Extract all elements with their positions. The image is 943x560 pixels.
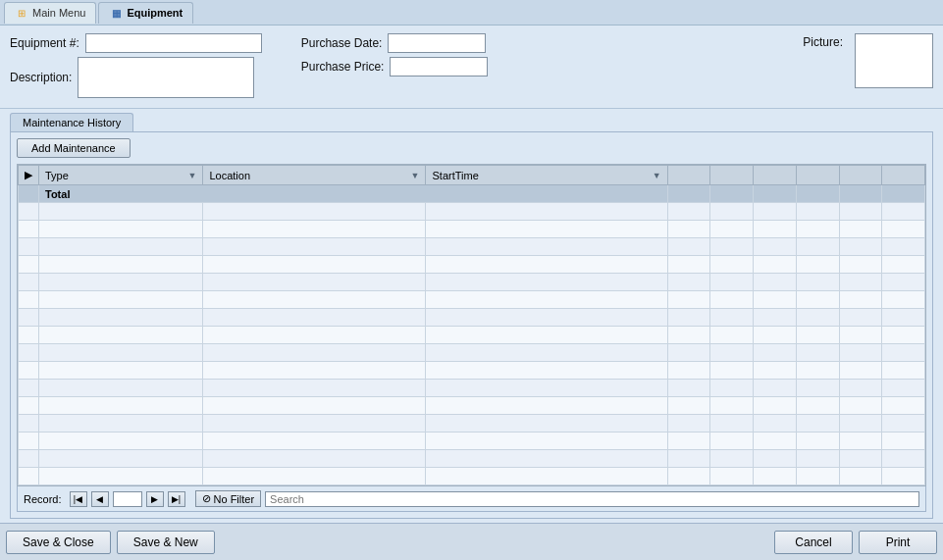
table-row: [19, 309, 925, 327]
maintenance-outer: Maintenance History Add Maintenance ▶: [0, 109, 943, 523]
form-row-top: Equipment #: Description: Purchase Date:: [10, 33, 933, 98]
tab-maintenance-history[interactable]: Maintenance History: [10, 113, 133, 131]
maintenance-table-container: ▶ Type ▼ Locati: [17, 164, 926, 486]
purchase-date-group: Purchase Date:: [301, 33, 489, 53]
middle-fields: Purchase Date: Purchase Price:: [301, 33, 508, 76]
purchase-date-label: Purchase Date:: [301, 36, 383, 50]
th-extra2: [710, 166, 754, 185]
th-extra4: [796, 166, 839, 185]
equipment-num-input[interactable]: [85, 33, 262, 53]
tab-main-menu[interactable]: ⊞ Main Menu: [4, 2, 96, 24]
nav-prev-button[interactable]: ◀: [91, 491, 109, 507]
picture-group: Picture:: [803, 33, 933, 88]
search-input[interactable]: [265, 491, 919, 507]
tab-equipment[interactable]: ▦ Equipment: [98, 2, 193, 24]
table-row: [19, 274, 925, 291]
bottom-toolbar: Save & Close Save & New Cancel Print: [0, 523, 943, 560]
tab-bar: ⊞ Main Menu ▦ Equipment: [0, 0, 943, 25]
record-number-input[interactable]: [113, 491, 142, 507]
inner-panel: Add Maintenance ▶ Type: [10, 131, 933, 519]
content-area: Equipment #: Description: Purchase Date:: [0, 25, 943, 523]
table-row: [19, 450, 925, 468]
starttime-sort-icon: ▼: [653, 171, 661, 180]
purchase-price-input[interactable]: [390, 57, 488, 76]
maintenance-tab-label: Maintenance History: [23, 117, 121, 128]
table-row: [19, 291, 925, 309]
total-selector: [19, 185, 39, 203]
picture-label: Picture:: [803, 33, 843, 49]
record-bar: Record: |◀ ◀ ▶ ▶| ⊘ No Filter: [17, 486, 926, 512]
table-row: [19, 397, 925, 415]
table-row: [19, 256, 925, 274]
record-label: Record:: [24, 493, 62, 505]
purchase-price-label: Purchase Price:: [301, 60, 385, 74]
description-input[interactable]: [78, 57, 254, 98]
th-extra1: [667, 166, 710, 185]
no-filter-button[interactable]: ⊘ No Filter: [195, 490, 262, 507]
funnel-icon: ⊘: [202, 492, 211, 505]
maintenance-table: ▶ Type ▼ Locati: [18, 165, 925, 485]
description-group: Description:: [10, 57, 262, 98]
total-label: Total: [39, 185, 668, 203]
equipment-num-label: Equipment #:: [10, 36, 79, 50]
equipment-icon: ▦: [109, 6, 123, 20]
table-row: [19, 468, 925, 485]
main-window: ⊞ Main Menu ▦ Equipment Equipment #: Des…: [0, 0, 943, 560]
save-close-button[interactable]: Save & Close: [6, 531, 111, 554]
cancel-button[interactable]: Cancel: [774, 531, 853, 554]
left-fields: Equipment #: Description:: [10, 33, 282, 98]
main-menu-icon: ⊞: [15, 6, 28, 20]
tab-main-menu-label: Main Menu: [32, 7, 85, 19]
th-type[interactable]: Type ▼: [39, 166, 203, 185]
th-extra5: [839, 166, 882, 185]
save-new-button[interactable]: Save & New: [117, 531, 215, 554]
add-maintenance-button[interactable]: Add Maintenance: [17, 138, 131, 158]
nav-next-button[interactable]: ▶: [146, 491, 164, 507]
location-sort-icon: ▼: [411, 171, 420, 180]
description-label: Description:: [10, 71, 72, 84]
maintenance-tab-strip: Maintenance History: [10, 113, 933, 131]
table-row: [19, 344, 925, 362]
table-row: [19, 327, 925, 344]
tab-equipment-label: Equipment: [127, 7, 183, 19]
table-row: [19, 221, 925, 238]
th-extra3: [754, 166, 797, 185]
table-row: [19, 415, 925, 433]
equipment-num-group: Equipment #:: [10, 33, 262, 53]
form-area: Equipment #: Description: Purchase Date:: [0, 25, 943, 109]
table-row: [19, 380, 925, 397]
table-row: [19, 203, 925, 221]
table-row: [19, 238, 925, 256]
picture-box: [855, 33, 933, 88]
table-row: [19, 433, 925, 450]
th-selector: ▶: [19, 166, 39, 185]
nav-first-button[interactable]: |◀: [70, 491, 87, 507]
purchase-price-group: Purchase Price:: [301, 57, 489, 76]
type-sort-icon: ▼: [188, 171, 197, 180]
nav-last-button[interactable]: ▶|: [168, 491, 185, 507]
th-extra6: [882, 166, 925, 185]
purchase-date-input[interactable]: [388, 33, 486, 53]
table-row: [19, 362, 925, 380]
total-row: Total: [19, 185, 925, 203]
print-button[interactable]: Print: [859, 531, 937, 554]
th-starttime[interactable]: StartTime ▼: [426, 166, 667, 185]
no-filter-label: No Filter: [214, 493, 255, 505]
table-header-row: ▶ Type ▼ Locati: [19, 166, 925, 185]
th-location[interactable]: Location ▼: [203, 166, 426, 185]
